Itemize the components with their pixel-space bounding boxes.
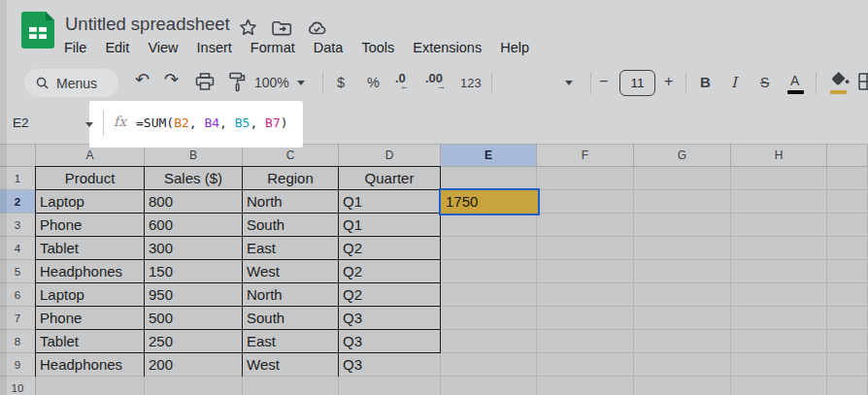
decrease-font-size-button[interactable]: −: [599, 72, 608, 91]
cell[interactable]: [537, 330, 634, 353]
cell[interactable]: East: [243, 330, 339, 353]
increase-font-size-button[interactable]: +: [664, 72, 673, 91]
cell[interactable]: [634, 330, 731, 353]
cell[interactable]: [827, 283, 868, 307]
cell[interactable]: [441, 260, 537, 283]
name-box[interactable]: E2: [13, 115, 29, 130]
font-size-input[interactable]: 11: [619, 70, 655, 96]
cell[interactable]: [441, 283, 537, 307]
cell[interactable]: 300: [145, 237, 243, 260]
menu-item-edit[interactable]: Edit: [105, 40, 129, 55]
formula-input[interactable]: =SUM(B2, B4, B5, B7): [136, 115, 288, 130]
cell[interactable]: [827, 377, 868, 395]
cell[interactable]: [827, 260, 868, 283]
cell[interactable]: North: [243, 190, 339, 214]
redo-icon[interactable]: ↷: [164, 70, 179, 89]
cell[interactable]: [634, 167, 731, 190]
cell[interactable]: [731, 190, 827, 214]
cell[interactable]: [441, 330, 537, 353]
cell[interactable]: [827, 167, 868, 190]
cell[interactable]: 200: [145, 353, 243, 377]
cell[interactable]: 500: [145, 307, 243, 330]
cell[interactable]: [731, 214, 827, 237]
star-icon[interactable]: [239, 18, 257, 37]
format-percent-button[interactable]: %: [367, 73, 380, 92]
menu-item-tools[interactable]: Tools: [361, 40, 394, 55]
cell[interactable]: 150: [145, 260, 243, 283]
cell[interactable]: [441, 377, 537, 395]
undo-icon[interactable]: ↶: [135, 70, 150, 89]
cell[interactable]: [634, 353, 731, 377]
cell[interactable]: [537, 237, 634, 260]
cell[interactable]: South: [243, 307, 339, 330]
cell[interactable]: Q2: [339, 260, 441, 283]
cell[interactable]: [634, 260, 731, 283]
sheets-logo-icon[interactable]: [21, 12, 54, 49]
format-currency-button[interactable]: $: [337, 73, 345, 92]
more-formats-button[interactable]: 123: [460, 74, 482, 93]
cell[interactable]: [537, 283, 634, 307]
zoom-select[interactable]: 100%: [254, 73, 289, 92]
column-header-G[interactable]: G: [634, 144, 731, 167]
cell[interactable]: [537, 307, 634, 330]
strikethrough-button[interactable]: S: [760, 73, 769, 92]
cell[interactable]: [731, 377, 827, 395]
cell[interactable]: Q3: [339, 307, 441, 330]
cell[interactable]: [634, 190, 731, 214]
cell[interactable]: 950: [145, 283, 243, 307]
menu-item-extensions[interactable]: Extensions: [413, 40, 482, 55]
column-header-partial[interactable]: [827, 144, 868, 167]
cell[interactable]: [537, 214, 634, 237]
cell[interactable]: [634, 307, 731, 330]
cell[interactable]: Region: [243, 167, 339, 190]
cell[interactable]: Headphones: [36, 353, 145, 377]
cell[interactable]: [537, 377, 634, 395]
italic-button[interactable]: I: [731, 73, 737, 92]
cell[interactable]: [827, 214, 868, 237]
font-dropdown-caret-icon[interactable]: [565, 81, 573, 85]
selected-cell[interactable]: 1750: [439, 188, 540, 215]
cell[interactable]: [537, 190, 634, 214]
move-folder-icon[interactable]: [272, 20, 292, 36]
cell[interactable]: [827, 237, 868, 260]
column-header-F[interactable]: F: [537, 144, 634, 167]
cell[interactable]: [441, 307, 537, 330]
cell[interactable]: [731, 330, 827, 353]
cell[interactable]: [537, 260, 634, 283]
cell[interactable]: [827, 353, 868, 377]
paint-format-icon[interactable]: [229, 72, 246, 92]
cell[interactable]: Phone: [36, 214, 145, 237]
menu-item-file[interactable]: File: [64, 40, 86, 55]
cloud-check-icon[interactable]: [307, 20, 327, 36]
cell[interactable]: [537, 167, 634, 190]
cell[interactable]: Tablet: [36, 237, 145, 260]
cell[interactable]: Laptop: [36, 283, 145, 307]
cell[interactable]: Q1: [339, 190, 441, 214]
cell[interactable]: [36, 377, 145, 395]
cell[interactable]: [731, 353, 827, 377]
cell[interactable]: Tablet: [36, 330, 145, 353]
cell[interactable]: Quarter: [339, 167, 441, 190]
cell[interactable]: [441, 353, 537, 377]
cell[interactable]: [827, 190, 868, 214]
cell[interactable]: Q2: [339, 237, 441, 260]
cell[interactable]: East: [243, 237, 339, 260]
cell[interactable]: Sales ($): [145, 167, 243, 190]
name-box-caret-icon[interactable]: [85, 122, 93, 127]
cell[interactable]: [731, 167, 827, 190]
menu-item-view[interactable]: View: [148, 40, 178, 55]
cell[interactable]: [731, 237, 827, 260]
menu-item-data[interactable]: Data: [314, 40, 344, 55]
cell[interactable]: South: [243, 214, 339, 237]
cell[interactable]: [634, 214, 731, 237]
cell[interactable]: [827, 330, 868, 353]
borders-icon[interactable]: [858, 73, 868, 90]
cell[interactable]: Phone: [36, 307, 145, 330]
cell[interactable]: North: [243, 283, 339, 307]
cell[interactable]: [731, 260, 827, 283]
bold-button[interactable]: B: [700, 73, 711, 92]
cell[interactable]: Product: [36, 167, 145, 190]
cell[interactable]: West: [243, 260, 339, 283]
cell[interactable]: Laptop: [36, 190, 145, 214]
document-title[interactable]: Untitled spreadsheet: [65, 14, 230, 35]
